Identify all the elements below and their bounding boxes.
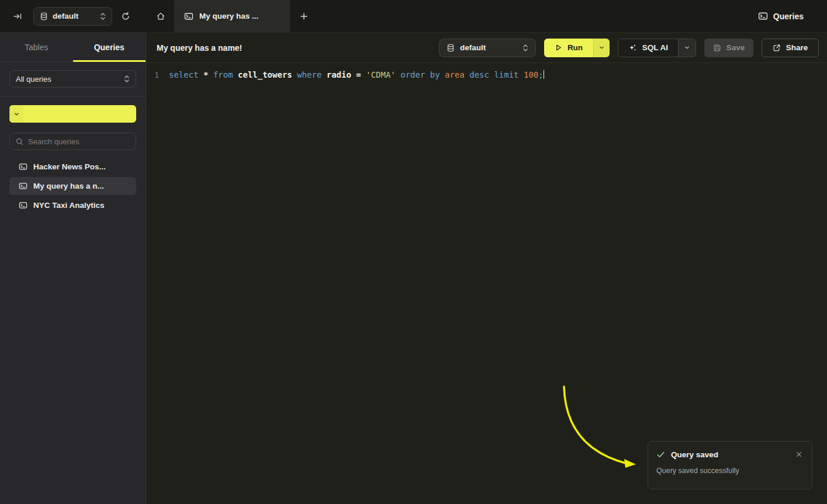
query-list-item[interactable]: NYC Taxi Analytics (9, 196, 136, 214)
database-icon (40, 12, 48, 20)
sidebar-tab-tables[interactable]: Tables (0, 33, 73, 61)
check-icon (656, 450, 665, 459)
code-line: 1 select * from cell_towers where radio … (146, 69, 827, 81)
text-cursor (544, 70, 545, 79)
query-item-label: Hacker News Pos... (33, 162, 106, 171)
sparkles-icon (628, 43, 637, 52)
query-icon (19, 162, 27, 171)
main-area: My query has a name! default (146, 33, 827, 504)
sidebar-tabs: Tables Queries (0, 33, 146, 62)
query-filter-dropdown[interactable]: All queries (9, 70, 136, 88)
line-number: 1 (146, 69, 159, 81)
query-tab-icon (184, 12, 193, 21)
search-queries-input[interactable] (28, 137, 131, 146)
header-controls: default Run (439, 39, 819, 57)
query-icon (19, 201, 27, 210)
toast-title: Query saved (671, 450, 788, 459)
query-header: My query has a name! default (146, 33, 827, 63)
database-icon (447, 44, 455, 52)
query-list: Hacker News Pos... My query has a n... N… (9, 158, 136, 214)
topbar: default My query has ... (0, 0, 827, 33)
query-item-label: My query has a n... (33, 182, 104, 190)
chevron-updown-icon (523, 44, 528, 52)
chevron-updown-icon (100, 12, 106, 20)
close-icon[interactable] (794, 450, 804, 459)
chevron-updown-icon (124, 75, 130, 83)
sql-editor[interactable]: 1 select * from cell_towers where radio … (146, 63, 827, 81)
new-query-button[interactable]: New query (9, 105, 136, 123)
home-icon[interactable] (153, 8, 169, 25)
queries-breadcrumb-icon (758, 11, 768, 21)
toast-query-saved: Query saved Query saved successfully (648, 441, 812, 489)
play-icon (555, 44, 562, 51)
query-tab-label: My query has ... (199, 12, 258, 20)
search-icon (16, 138, 23, 145)
query-filter-value: All queries (16, 75, 124, 84)
save-icon (713, 44, 721, 52)
share-button[interactable]: Share (762, 39, 819, 57)
sidebar: Tables Queries All queries New query (0, 33, 146, 504)
sql-ai-button[interactable]: SQL AI (618, 39, 696, 57)
query-list-item-selected[interactable]: My query has a n... (9, 177, 136, 195)
run-button-label: Run (568, 43, 583, 52)
query-icon (19, 182, 27, 190)
save-button-label: Save (726, 43, 745, 52)
share-button-label: Share (786, 43, 808, 52)
header-database-value: default (460, 43, 517, 52)
sql-ai-label: SQL AI (642, 43, 668, 52)
header-database-selector[interactable]: default (439, 39, 536, 57)
sql-ai-dropdown-caret[interactable] (678, 39, 695, 57)
refresh-icon[interactable] (117, 8, 134, 25)
new-tab-icon[interactable] (296, 8, 312, 25)
queries-breadcrumb[interactable]: Queries (758, 11, 804, 21)
query-title: My query has a name! (157, 43, 242, 53)
run-button[interactable]: Run (544, 39, 610, 57)
sql-console-app: default My query has ... (0, 0, 827, 504)
share-icon (773, 44, 781, 52)
sql-ai-main[interactable]: SQL AI (618, 39, 678, 57)
toast-message: Query saved successfully (656, 467, 804, 475)
topbar-database-selector[interactable]: default (33, 7, 112, 26)
queries-breadcrumb-label: Queries (773, 12, 804, 21)
sidebar-tab-queries[interactable]: Queries (73, 33, 146, 61)
sidebar-divider (0, 96, 146, 97)
sql-code[interactable]: select * from cell_towers where radio = … (169, 69, 544, 81)
run-dropdown-caret[interactable] (593, 39, 610, 57)
collapse-sidebar-icon[interactable] (9, 8, 26, 25)
query-list-item[interactable]: Hacker News Pos... (9, 158, 136, 176)
query-tab[interactable]: My query has ... (174, 0, 290, 32)
toast-header: Query saved (656, 450, 804, 459)
save-button[interactable]: Save (704, 39, 753, 57)
search-queries-box (9, 133, 136, 150)
query-item-label: NYC Taxi Analytics (33, 201, 105, 210)
topbar-left: default (0, 0, 146, 32)
run-button-main[interactable]: Run (544, 39, 593, 57)
sidebar-body: All queries New query (0, 62, 146, 214)
new-query-dropdown-caret[interactable] (9, 105, 23, 123)
topbar-database-value: default (53, 12, 95, 20)
